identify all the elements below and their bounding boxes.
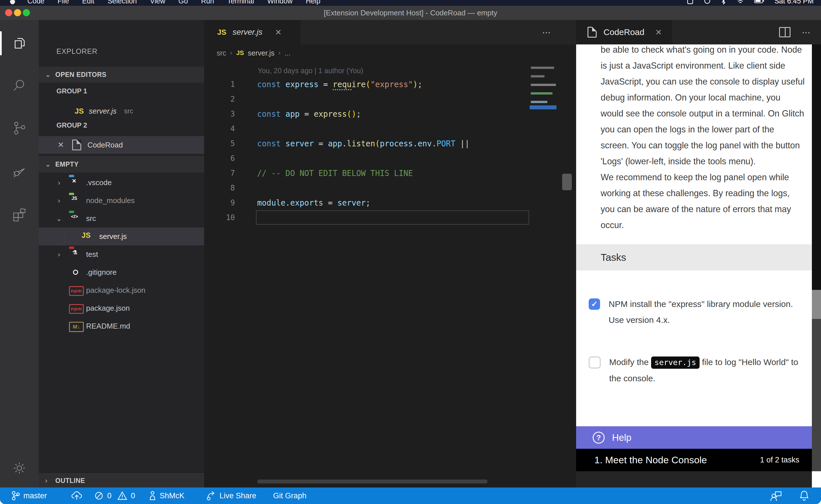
outline-header: OUTLINE [55,477,85,485]
src-folder-icon: </> [69,213,81,224]
code-line-4[interactable]: 4 [204,121,576,136]
panel-more-actions-icon[interactable]: ⋯ [802,27,811,37]
explorer-sidebar: EXPLORER ⌄ OPEN EDITORS GROUP 1 JS serve… [39,20,204,487]
help-section[interactable]: ? Help [576,426,812,449]
code-line-10[interactable]: 10 [204,210,576,225]
macos-menubar: Code File Edit Selection View Go Run Ter… [0,0,821,6]
settings-gear-icon[interactable] [0,457,39,480]
menubar-status-icon[interactable] [687,0,694,5]
explorer-icon[interactable] [0,30,39,57]
gitlens-blame-annotation[interactable]: You, 20 days ago | 1 author (You) [258,65,363,76]
task-text: NPM install the "express" library module… [608,296,805,328]
code-line-7[interactable]: 7// -- DO NOT EDIT BELOW THIS LINE [204,166,576,181]
menubar-status-icon[interactable] [704,0,711,5]
open-editor-serverjs[interactable]: JS server.js src [39,103,204,120]
tab-serverjs[interactable]: JS server.js ✕ [204,20,301,44]
tree-item-vscode[interactable]: › ✕ .vscode [39,174,204,192]
outline-section[interactable]: › OUTLINE [39,472,204,487]
inline-code-chip: server.js [651,357,700,369]
code-area[interactable]: 1const express = require("express");23co… [204,77,576,225]
task-item-1: ✓ NPM install the "express" library modu… [589,296,805,328]
tree-item-serverjs[interactable]: JS server.js [39,228,204,245]
js-file-icon: JS [236,49,244,57]
menu-window[interactable]: Window [267,0,293,5]
open-editors-section[interactable]: ⌄ OPEN EDITORS [39,67,204,83]
tree-item-readme[interactable]: M↓ README.md [39,317,204,335]
menu-code[interactable]: Code [27,0,44,5]
workspace-section[interactable]: ⌄ EMPTY [39,156,204,173]
menu-run[interactable]: Run [201,0,214,5]
tree-item-node-modules[interactable]: › JS node_modules [39,192,204,210]
menu-go[interactable]: Go [178,0,188,5]
extensions-icon[interactable] [0,200,39,228]
scrollbar-thumb[interactable] [812,290,821,319]
code-line-3[interactable]: 3const app = express(); [204,106,576,121]
editor-vertical-scrollbar[interactable] [562,174,572,190]
tab-coderoad[interactable]: CodeRoad ✕ [576,20,672,44]
menu-terminal[interactable]: Terminal [227,0,254,5]
breadcrumb-symbol[interactable]: ... [285,49,291,57]
close-icon[interactable]: ✕ [58,140,64,149]
tree-item-package-lock[interactable]: npm package-lock.json [39,281,204,299]
npm-icon: npm [69,304,81,315]
minimap[interactable] [530,60,556,219]
apple-menu-icon[interactable] [9,0,16,5]
notifications-bell-icon[interactable] [799,487,810,504]
close-tab-icon[interactable]: ✕ [655,28,662,37]
open-editor-name: server.js [89,107,116,116]
chevron-down-icon: ⌄ [45,71,55,79]
menu-selection[interactable]: Selection [107,0,137,5]
code-line-6[interactable]: 6 [204,151,576,166]
vscode-window: Code File Edit Selection View Go Run Ter… [0,0,821,504]
battery-icon[interactable] [754,0,765,4]
code-line-9[interactable]: 9module.exports = server; [204,195,576,210]
run-and-debug-icon[interactable] [0,157,39,185]
split-editor-icon[interactable] [779,27,791,37]
liveshare-account-status[interactable]: ShMcK [149,487,184,504]
publish-changes-icon[interactable] [71,487,82,504]
liveshare-status[interactable]: Live Share [206,487,256,504]
menu-help[interactable]: Help [306,0,320,5]
editor-horizontal-scrollbar[interactable] [257,480,487,483]
editor-group: JS server.js ✕ ⋯ src › JS server.js › ..… [204,20,576,487]
wifi-icon[interactable] [736,0,745,4]
breadcrumb-file[interactable]: server.js [248,49,275,57]
search-icon[interactable] [0,72,39,99]
git-graph-status[interactable]: Git Graph [273,487,307,504]
bluetooth-icon[interactable] [721,0,726,5]
tree-item-src[interactable]: ⌄ </> src [39,210,204,228]
chevron-right-icon: › [55,251,63,259]
chevron-right-icon: › [55,197,63,205]
feedback-icon[interactable] [770,487,782,504]
chevron-right-icon: › [279,49,281,57]
lesson-footer: 1. Meet the Node Console 1 of 2 tasks [576,449,812,471]
errors-warnings-status[interactable]: 0 0 [94,487,135,504]
task-text: Modify the server.js file to log "Hello … [609,354,805,386]
code-line-1[interactable]: 1const express = require("express"); [204,77,576,92]
git-icon [69,267,81,279]
editor-tab-bar: JS server.js ✕ ⋯ [204,20,576,44]
open-editor-coderoad[interactable]: ✕ CodeRoad [39,136,204,154]
breadcrumb-src[interactable]: src [217,49,226,57]
source-control-icon[interactable] [0,114,39,142]
webview-scrollbar[interactable] [812,44,821,487]
tree-item-test[interactable]: › ⚗ test [39,245,204,263]
editor-more-actions-icon[interactable]: ⋯ [542,20,551,44]
menu-file[interactable]: File [58,0,69,5]
chevron-right-icon: › [55,179,63,187]
code-line-2[interactable]: 2 [204,92,576,106]
git-branch-status[interactable]: master [11,487,47,504]
menu-edit[interactable]: Edit [82,0,94,5]
code-line-8[interactable]: 8 [204,181,576,195]
close-tab-icon[interactable]: ✕ [275,28,282,37]
code-line-5[interactable]: 5const server = app.listen(process.env.P… [204,136,576,151]
minimap-current-line [530,105,556,109]
checkbox-unchecked[interactable] [589,357,600,368]
tree-item-gitignore[interactable]: .gitignore [39,263,204,281]
checkbox-checked[interactable]: ✓ [589,298,600,310]
tab-title: server.js [233,28,263,37]
menu-view[interactable]: View [150,0,165,5]
tree-item-package-json[interactable]: npm package.json [39,299,204,317]
js-file-icon: JS [75,107,84,116]
menubar-clock[interactable]: Sat 6:45 PM [774,0,814,5]
